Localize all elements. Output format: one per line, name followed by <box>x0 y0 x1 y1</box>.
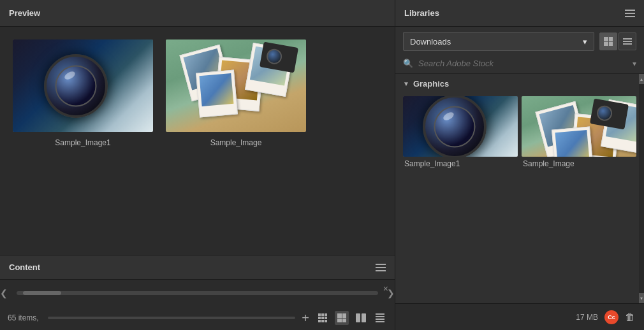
left-panel: Preview Sample_Image1 <box>0 0 395 330</box>
storage-size: 17 MB <box>576 313 598 322</box>
progress-bar <box>48 317 296 319</box>
libraries-header: Libraries <box>395 0 644 27</box>
hamburger-menu-icon[interactable] <box>376 264 386 271</box>
menu-line-2 <box>625 13 635 14</box>
lens-image <box>13 39 153 132</box>
scrollbar-right: ▴ ▾ <box>639 74 644 303</box>
preview-label-2: Sample_Image <box>210 138 262 147</box>
menu-line-1 <box>625 10 635 11</box>
lib-thumb-1 <box>403 96 518 157</box>
lib-lens-reflex <box>442 110 455 122</box>
adobe-cc-label: Cc <box>608 314 615 320</box>
list-view-button[interactable] <box>373 311 387 325</box>
preview-item-2[interactable]: Sample_Image <box>166 39 306 147</box>
lib-lens-circle <box>423 96 487 157</box>
content-header: Content <box>0 255 395 280</box>
add-icon[interactable]: + <box>302 311 309 326</box>
grid2x2-icon <box>337 313 346 322</box>
section-collapse-icon: ▼ <box>403 80 409 87</box>
lib-label-2: Sample_Image <box>522 159 636 168</box>
library-dropdown-value: Downloads <box>410 37 451 47</box>
search-input[interactable] <box>418 59 633 68</box>
scroll-down-button[interactable]: ▾ <box>639 293 644 303</box>
grid-view-toggle[interactable] <box>599 32 617 50</box>
preview-header: Preview <box>0 0 395 27</box>
list-toggle-icon <box>623 38 632 45</box>
lib-polaroid-card-3 <box>552 127 594 157</box>
libraries-title: Libraries <box>404 8 439 18</box>
graphics-grid: Sample_Image1 <box>395 94 644 173</box>
list-view-toggle[interactable] <box>618 32 636 50</box>
search-row: 🔍 ▾ <box>395 56 644 74</box>
lib-lens-image <box>403 96 518 157</box>
libraries-footer: 17 MB Cc 🗑 <box>395 303 644 330</box>
chevron-down-icon: ▾ <box>583 37 587 47</box>
lens-circle <box>44 54 108 118</box>
preview-thumb-2 <box>166 39 306 132</box>
lib-lens-inner <box>434 106 476 147</box>
scroll-right-button[interactable]: ❯ <box>387 288 395 298</box>
content-title: Content <box>9 262 40 272</box>
right-panel: Libraries Downloads ▾ <box>395 0 644 330</box>
content-footer: 65 items, + <box>0 306 395 330</box>
lib-thumb-2 <box>522 96 636 157</box>
grid-view-3x3-button[interactable] <box>316 311 330 325</box>
libraries-content: ▼ Graphics Sample_Image1 <box>395 74 644 303</box>
hamburger-line-1 <box>376 264 386 265</box>
lens-inner <box>55 65 97 106</box>
preview-title: Preview <box>9 8 40 18</box>
hamburger-line-2 <box>376 267 386 268</box>
polaroid-image <box>166 39 306 132</box>
search-chevron-icon[interactable]: ▾ <box>633 59 636 68</box>
content-section: Content × ❮ ❯ 65 items, + <box>0 255 395 330</box>
scroll-up-button[interactable]: ▴ <box>639 74 644 84</box>
content-scroll-area: × ❮ ❯ <box>0 280 395 306</box>
search-icon: 🔍 <box>403 59 413 68</box>
grid-toggle-icon <box>604 37 613 46</box>
scroll-thumb <box>23 291 61 295</box>
lens-reflex <box>63 69 77 81</box>
preview-item-1[interactable]: Sample_Image1 <box>13 39 153 147</box>
library-dropdown[interactable]: Downloads ▾ <box>403 32 594 51</box>
library-item-2[interactable]: Sample_Image <box>522 96 636 168</box>
grid3x3-icon <box>318 313 327 322</box>
library-item-1[interactable]: Sample_Image1 <box>403 96 518 168</box>
trash-icon[interactable]: 🗑 <box>625 312 635 323</box>
toolbar-icons <box>316 311 387 325</box>
adobe-cc-icon[interactable]: Cc <box>604 310 618 324</box>
list-view-icon <box>376 313 384 322</box>
polaroid-card-3 <box>196 70 238 118</box>
preview-thumb-1 <box>13 39 153 132</box>
lib-label-1: Sample_Image1 <box>403 159 518 168</box>
split-view-button[interactable] <box>354 311 368 325</box>
lib-polaroid-image <box>522 96 636 157</box>
view-toggle <box>599 32 636 50</box>
scroll-track[interactable] <box>17 291 378 295</box>
scroll-left-button[interactable]: ❮ <box>0 288 8 298</box>
items-count: 65 items, <box>8 313 39 322</box>
graphics-section-label: Graphics <box>413 79 449 89</box>
preview-label-1: Sample_Image1 <box>55 138 110 147</box>
preview-area: Sample_Image1 <box>0 27 395 255</box>
dropdown-row: Downloads ▾ <box>395 27 644 56</box>
split-view-icon <box>356 313 366 322</box>
menu-line-3 <box>625 16 635 17</box>
grid-view-2x2-button[interactable] <box>335 311 349 325</box>
hamburger-line-3 <box>376 270 386 271</box>
graphics-section-header[interactable]: ▼ Graphics <box>395 74 644 94</box>
libraries-menu-icon[interactable] <box>625 10 635 17</box>
